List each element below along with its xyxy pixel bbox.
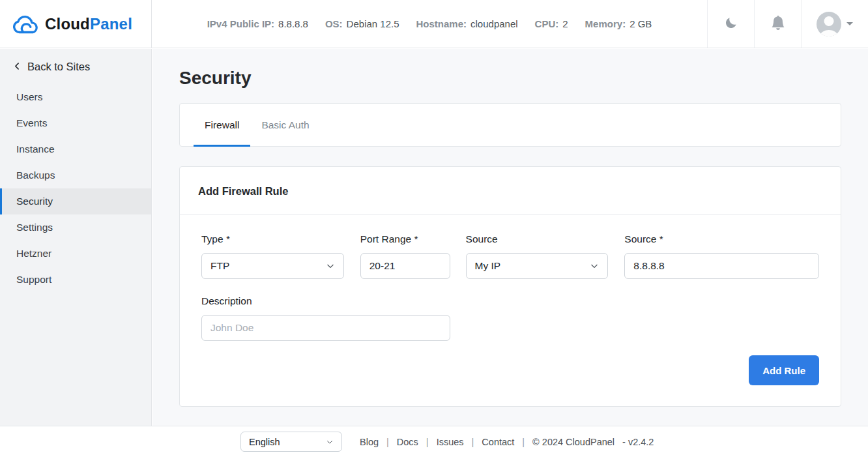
source-select-value: My IP	[475, 260, 501, 272]
top-bar: CloudPanel IPv4 Public IP:8.8.8.8OS:Debi…	[0, 0, 868, 48]
form-row-2: Description	[201, 295, 819, 341]
type-label: Type *	[201, 233, 344, 245]
source-select-field: Source My IP	[466, 233, 609, 279]
separator: |	[472, 437, 474, 447]
notifications-button[interactable]	[754, 0, 801, 48]
back-label: Back to Sites	[27, 61, 90, 73]
chevron-down-icon	[590, 261, 599, 271]
logo[interactable]: CloudPanel	[0, 0, 152, 48]
sidebar-item-settings[interactable]: Settings	[0, 214, 151, 241]
page-title: Security	[179, 68, 841, 89]
footer-link-blog[interactable]: Blog	[360, 437, 379, 447]
header-right: IPv4 Public IP:8.8.8.8OS:Debian 12.5Host…	[152, 0, 868, 48]
chevron-down-icon	[326, 261, 335, 271]
dark-mode-toggle[interactable]	[707, 0, 754, 48]
footer-link-docs[interactable]: Docs	[397, 437, 418, 447]
description-label: Description	[201, 295, 450, 307]
port-range-field: Port Range *	[360, 233, 450, 279]
server-info-item: IPv4 Public IP:8.8.8.8	[207, 18, 308, 29]
footer: English Blog|Docs|Issues|Contact|© 2024 …	[0, 426, 868, 457]
sidebar-item-events[interactable]: Events	[0, 110, 151, 136]
button-row: Add Rule	[201, 355, 819, 385]
card-header: Add Firewall Rule	[180, 167, 841, 215]
separator: |	[522, 437, 525, 447]
copyright-text: © 2024 CloudPanel	[532, 437, 615, 447]
port-range-label: Port Range *	[360, 233, 450, 245]
bell-icon	[771, 16, 785, 33]
tabs-card: FirewallBasic Auth	[179, 103, 841, 147]
type-value: FTP	[210, 260, 229, 272]
footer-link-contact[interactable]: Contact	[482, 437, 514, 447]
user-menu[interactable]	[801, 0, 868, 48]
separator: |	[426, 437, 429, 447]
brand-primary: Cloud	[45, 15, 90, 33]
brand-name: CloudPanel	[45, 15, 132, 33]
add-rule-button[interactable]: Add Rule	[749, 355, 819, 385]
server-info-item: OS:Debian 12.5	[325, 18, 399, 29]
tab-firewall[interactable]: Firewall	[194, 104, 250, 146]
separator: |	[386, 437, 389, 447]
sidebar-item-support[interactable]: Support	[0, 267, 151, 293]
source-input[interactable]	[624, 253, 819, 279]
sidebar: Back to Sites UsersEventsInstanceBackups…	[0, 49, 152, 426]
chevron-left-icon	[13, 61, 22, 73]
chevron-down-icon	[846, 22, 853, 25]
avatar	[817, 12, 841, 37]
footer-link-issues[interactable]: Issues	[437, 437, 464, 447]
sidebar-nav: UsersEventsInstanceBackupsSecuritySettin…	[0, 84, 151, 293]
tab-basic-auth[interactable]: Basic Auth	[250, 104, 320, 146]
type-field: Type * FTP	[201, 233, 344, 279]
chevron-down-icon	[326, 438, 334, 446]
server-info: IPv4 Public IP:8.8.8.8OS:Debian 12.5Host…	[152, 0, 707, 48]
card-title: Add Firewall Rule	[198, 185, 288, 197]
main-content: Security FirewallBasic Auth Add Firewall…	[152, 49, 868, 426]
add-firewall-rule-card: Add Firewall Rule Type * FTP Port Range …	[179, 166, 841, 407]
version-text: - v2.4.2	[622, 437, 654, 447]
sidebar-item-hetzner[interactable]: Hetzner	[0, 241, 151, 267]
server-info-item: Hostname:cloudpanel	[416, 18, 518, 29]
back-to-sites-link[interactable]: Back to Sites	[0, 49, 151, 73]
language-value: English	[249, 437, 280, 447]
sidebar-item-instance[interactable]: Instance	[0, 136, 151, 162]
language-select[interactable]: English	[240, 432, 342, 452]
description-input[interactable]	[201, 315, 450, 341]
form-row-1: Type * FTP Port Range * Source My IP	[201, 233, 819, 279]
source-select[interactable]: My IP	[466, 253, 609, 279]
sidebar-item-users[interactable]: Users	[0, 84, 151, 110]
brand-secondary: Panel	[90, 15, 132, 33]
sidebar-item-backups[interactable]: Backups	[0, 162, 151, 188]
moon-icon	[724, 16, 738, 33]
footer-links: Blog|Docs|Issues|Contact|© 2024 CloudPan…	[360, 437, 654, 447]
source-input-field: Source *	[624, 233, 819, 279]
cloud-logo-icon	[13, 14, 39, 34]
server-info-item: Memory:2 GB	[585, 18, 652, 29]
type-select[interactable]: FTP	[201, 253, 344, 279]
source-input-label: Source *	[624, 233, 819, 245]
card-body: Type * FTP Port Range * Source My IP	[180, 215, 841, 406]
source-select-label: Source	[466, 233, 609, 245]
sidebar-item-security[interactable]: Security	[0, 188, 151, 214]
port-range-input[interactable]	[360, 253, 450, 279]
server-info-item: CPU:2	[535, 18, 568, 29]
description-field: Description	[201, 295, 450, 341]
